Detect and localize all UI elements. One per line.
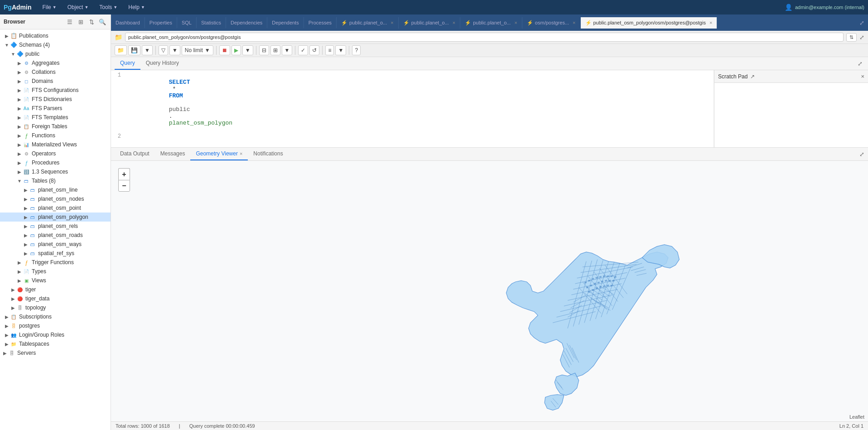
path-expand-icon[interactable]: ⤢ — [859, 34, 864, 41]
tree-item-tablespaces[interactable]: ▶ 📁 Tablespaces — [0, 339, 111, 348]
tree-item-login-roles[interactable]: ▶ 👥 Login/Group Roles — [0, 330, 111, 339]
tree-item-topology[interactable]: ▶ 🗄 topology — [0, 303, 111, 312]
editor-expand-icon[interactable]: ⤢ — [856, 58, 864, 69]
tree-item-spatial-ref-sys[interactable]: ▶ 🗃 spatial_ref_sys — [0, 249, 111, 258]
tree-item-planet-osm-polygon[interactable]: ▶ 🗃 planet_osm_polygon — [0, 213, 111, 222]
tree-item-fts-dict[interactable]: ▶ 📄 FTS Dictionaries — [0, 95, 111, 104]
sidebar-search-icon[interactable]: 🔍 — [98, 17, 107, 26]
toolbar-rollback-btn[interactable]: ↺ — [309, 45, 319, 55]
result-tab-data-output[interactable]: Data Output — [115, 148, 155, 160]
result-tab-messages[interactable]: Messages — [155, 148, 191, 160]
toolbar-limit-dropdown[interactable]: No limit ▼ — [182, 45, 213, 55]
menu-object[interactable]: Object ▼ — [64, 2, 92, 12]
tree-item-fts-templates[interactable]: ▶ 📄 FTS Templates — [0, 113, 111, 122]
result-tab-notifications[interactable]: Notifications — [248, 148, 288, 160]
tree-item-views[interactable]: ▶ ▣ Views — [0, 276, 111, 285]
toolbar-explain-analyze-btn[interactable]: ⊞ — [270, 45, 280, 55]
tree-item-aggregates[interactable]: ▶ ⚙ Aggregates — [0, 58, 111, 68]
toolbar-format-dropdown-btn[interactable]: ▼ — [335, 45, 346, 55]
tree-item-tiger[interactable]: ▶ 🔴 tiger — [0, 285, 111, 294]
scratch-pad-expand-icon[interactable]: ↗ — [750, 73, 755, 80]
toolbar-filter-btn[interactable]: ▽ — [159, 45, 168, 55]
toolbar-run-btn[interactable]: ▶ — [231, 45, 241, 55]
toolbar-open-btn[interactable]: 📁 — [115, 45, 127, 55]
tab-osm-postgres[interactable]: ⚡ osm/postgres... × — [522, 17, 581, 29]
chevron-login-roles: ▶ — [4, 333, 10, 338]
query-path-input[interactable] — [125, 33, 844, 42]
tree-item-sequences[interactable]: ▶ 🔢 1.3 Sequences — [0, 167, 111, 176]
path-action-btn[interactable]: ⇅ — [846, 33, 857, 42]
tab-properties[interactable]: Properties — [145, 17, 177, 28]
tree-item-mat-views[interactable]: ▶ 📊 Materialized Views — [0, 140, 111, 149]
result-tab-geometry-close-btn[interactable]: × — [240, 151, 242, 156]
toolbar-format-btn[interactable]: ≡ — [325, 45, 334, 55]
tab-main-query-close[interactable]: × — [709, 20, 712, 25]
tab-dashboard[interactable]: Dashboard — [111, 17, 145, 28]
toolbar-save-btn[interactable]: 💾 — [128, 45, 140, 55]
tree-item-planet-osm-rels[interactable]: ▶ 🗃 planet_osm_rels — [0, 222, 111, 231]
tree-item-collations[interactable]: ▶ ⚙ Collations — [0, 68, 111, 77]
tree-item-functions[interactable]: ▶ ƒ Functions — [0, 131, 111, 140]
tree-item-types[interactable]: ▶ 📄 Types — [0, 267, 111, 276]
tree-item-schemas[interactable]: ▼ 🔷 Schemas (4) — [0, 40, 111, 49]
sidebar-filter-icon[interactable]: ⇅ — [87, 17, 96, 26]
toolbar-run-dropdown-btn[interactable]: ▼ — [242, 45, 253, 55]
tab-sql[interactable]: SQL — [177, 17, 197, 28]
tab-query2[interactable]: ⚡ public.planet_o... × — [399, 17, 461, 29]
sidebar-list-icon[interactable]: ☰ — [65, 17, 74, 26]
tree-item-planet-osm-nodes[interactable]: ▶ 🗃 planet_osm_nodes — [0, 194, 111, 203]
toolbar-explain-dropdown-btn[interactable]: ▼ — [282, 45, 293, 55]
tree-item-planet-osm-point[interactable]: ▶ 🗃 planet_osm_point — [0, 203, 111, 213]
tree-item-operators[interactable]: ▶ ⚙ Operators — [0, 149, 111, 158]
toolbar-stop-btn[interactable]: ⏹ — [219, 45, 230, 55]
tree-item-servers[interactable]: ▶ 🗄 Servers — [0, 348, 111, 358]
result-tab-messages-label: Messages — [160, 150, 185, 157]
editor-tab-history[interactable]: Query History — [140, 57, 184, 70]
tab-query1-close[interactable]: × — [391, 20, 393, 25]
tab-main-query[interactable]: ⚡ public.planet_osm_polygon/osm/postgres… — [581, 17, 718, 29]
tree-item-domains[interactable]: ▶ ◻ Domains — [0, 77, 111, 86]
folder-icon[interactable]: 📁 — [115, 34, 122, 41]
toolbar-save-dropdown-btn[interactable]: ▼ — [142, 45, 153, 55]
scratch-pad-close-btn[interactable]: × — [861, 73, 864, 80]
tab-query2-close[interactable]: × — [453, 20, 455, 25]
tree-item-publications[interactable]: ▶ 📋 Publications — [0, 31, 111, 40]
tree-item-planet-osm-ways[interactable]: ▶ 🗃 planet_osm_ways — [0, 240, 111, 249]
sidebar-grid-icon[interactable]: ⊞ — [76, 17, 85, 26]
tree-item-tiger-data[interactable]: ▶ 🔴 tiger_data — [0, 294, 111, 303]
toolbar-explain-btn[interactable]: ⊟ — [259, 45, 269, 55]
result-expand-icon[interactable]: ⤢ — [859, 151, 864, 158]
scratch-pad-content[interactable] — [714, 83, 868, 147]
toolbar-commit-btn[interactable]: ✓ — [298, 45, 308, 55]
tree-item-public[interactable]: ▼ 🔷 public — [0, 49, 111, 58]
tree-item-postgres[interactable]: ▶ 🗄 postgres — [0, 321, 111, 330]
tree-item-planet-osm-line[interactable]: ▶ 🗃 planet_osm_line — [0, 185, 111, 194]
tree-item-fts-parsers[interactable]: ▶ Aa FTS Parsers — [0, 104, 111, 113]
tree-item-tables[interactable]: ▼ 🗃 Tables (8) — [0, 176, 111, 185]
tree-item-fts-config[interactable]: ▶ 📄 FTS Configurations — [0, 86, 111, 95]
toolbar-filter-dropdown-btn[interactable]: ▼ — [169, 45, 180, 55]
menu-tools[interactable]: Tools ▼ — [96, 2, 121, 12]
query-editor[interactable]: 1 SELECT * FROM public . planet_osm_poly… — [111, 70, 714, 147]
tab-query3-close[interactable]: × — [514, 20, 517, 25]
tab-statistics[interactable]: Statistics — [197, 17, 226, 28]
tab-dependents[interactable]: Dependents — [267, 17, 304, 28]
tab-query3[interactable]: ⚡ public.planet_o... × — [460, 17, 522, 29]
menu-file[interactable]: File ▼ — [39, 2, 60, 12]
tree-item-subscriptions[interactable]: ▶ 📋 Subscriptions — [0, 312, 111, 321]
tab-dependencies[interactable]: Dependencies — [226, 17, 267, 28]
tree-item-procedures[interactable]: ▶ ƒ Procedures — [0, 158, 111, 167]
tree-item-trigger-functions[interactable]: ▶ ƒ Trigger Functions — [0, 258, 111, 267]
tab-query1[interactable]: ⚡ public.planet_o... × — [337, 17, 399, 29]
menu-help[interactable]: Help ▼ — [125, 2, 149, 12]
result-tab-geometry-viewer[interactable]: Geometry Viewer × — [190, 148, 248, 160]
zoom-out-btn[interactable]: − — [118, 180, 130, 192]
tab-processes[interactable]: Processes — [304, 17, 337, 28]
toolbar-help-btn[interactable]: ? — [352, 45, 361, 55]
editor-tab-query[interactable]: Query — [115, 57, 140, 70]
tree-item-foreign-tables[interactable]: ▶ 📋 Foreign Tables — [0, 122, 111, 131]
tab-osm-postgres-close[interactable]: × — [573, 20, 575, 25]
zoom-in-btn[interactable]: + — [118, 168, 130, 180]
tree-item-planet-osm-roads[interactable]: ▶ 🗃 planet_osm_roads — [0, 231, 111, 240]
tab-expand-icon[interactable]: ⤢ — [856, 19, 868, 26]
